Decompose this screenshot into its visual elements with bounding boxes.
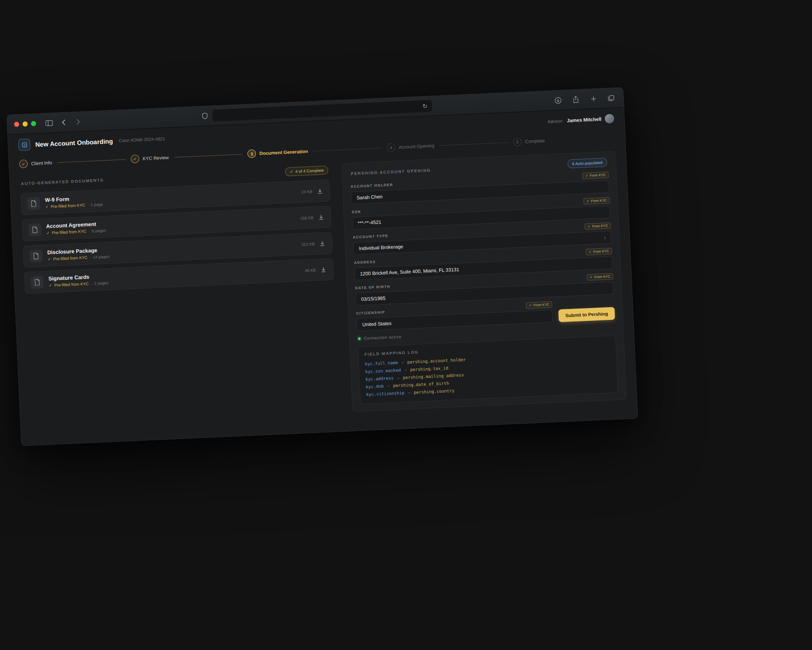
field-label: DATE OF BIRTH — [355, 284, 390, 290]
step-number-circle: 4 — [387, 143, 395, 152]
step-check-circle: ✓ — [131, 154, 140, 163]
step-document-generation[interactable]: 3 Document Generation — [247, 147, 308, 158]
documents-section-title: AUTO-GENERATED DOCUMENTS — [21, 178, 104, 186]
document-icon — [27, 197, 40, 210]
step-connector — [313, 148, 381, 151]
from-kyc-badge: ✓From KYC — [583, 197, 610, 205]
step-connector — [174, 154, 242, 157]
document-meta: ✓ Pre-filled from KYC · 8 pages — [47, 228, 107, 235]
document-pages: 8 pages — [92, 228, 106, 233]
download-icon[interactable] — [318, 213, 325, 221]
downloads-icon[interactable] — [552, 95, 564, 105]
check-icon: ✓ — [22, 162, 25, 166]
step-client-info[interactable]: ✓ Client Info — [19, 158, 52, 168]
sidebar-toggle-icon[interactable] — [44, 118, 55, 128]
check-icon: ✓ — [589, 250, 592, 254]
field-value: ***-**-4521 — [358, 220, 381, 226]
document-pages: 14 pages — [93, 254, 110, 259]
minimize-window-button[interactable] — [22, 121, 28, 127]
document-icon — [28, 223, 41, 236]
prefilled-label: Pre-filled from KYC — [52, 229, 87, 235]
check-icon: ✓ — [529, 303, 532, 307]
document-info: W-9 Form ✓ Pre-filled from KYC · 1 page — [45, 195, 103, 209]
onboarding-app-icon — [18, 138, 30, 151]
document-meta: ✓ Pre-filled from KYC · 14 pages — [47, 254, 110, 262]
traffic-lights — [14, 121, 36, 127]
desktop-background: ↻ New Acc — [0, 0, 812, 650]
check-icon: ✓ — [587, 199, 590, 203]
document-pages: 1 page — [91, 202, 103, 207]
check-icon: ✓ — [290, 169, 293, 174]
from-kyc-label: From KYC — [590, 173, 606, 178]
share-icon[interactable] — [570, 94, 581, 105]
check-icon: ✓ — [45, 204, 49, 209]
step-number-circle: 3 — [247, 149, 256, 158]
check-icon: ✓ — [47, 231, 50, 235]
document-meta: ✓ Pre-filled from KYC · 2 pages — [49, 281, 109, 288]
download-icon[interactable] — [319, 240, 326, 247]
separator-dot: · — [87, 202, 89, 207]
document-info: Account Agreement ✓ Pre-filled from KYC … — [46, 221, 106, 235]
from-kyc-badge: ✓From KYC — [586, 248, 612, 255]
check-icon: ✓ — [585, 174, 588, 178]
status-dot-icon — [358, 337, 361, 340]
submit-to-pershing-button[interactable]: Submit to Pershing — [558, 307, 615, 322]
step-connector — [57, 159, 126, 162]
field-label: CITIZENSHIP — [356, 310, 385, 315]
separator-dot: · — [88, 229, 90, 233]
mapping-source: kyc.ssn_masked — [365, 366, 401, 376]
field-label: SSN — [351, 209, 361, 214]
complete-badge: ✓ 4 of 4 Complete — [285, 165, 329, 176]
step-label: Complete — [525, 138, 545, 144]
document-size: 156 KB — [300, 215, 314, 220]
document-size: 312 KB — [302, 241, 315, 246]
mapping-target: pershing.country — [414, 387, 455, 396]
advisor-name: James Mitchell — [567, 116, 601, 123]
prefilled-label: Pre-filled from KYC — [54, 281, 89, 288]
from-kyc-badge: ✓From KYC — [526, 301, 552, 309]
document-actions: 24 KB — [301, 187, 324, 195]
download-icon[interactable] — [316, 187, 324, 195]
separator-dot: · — [90, 255, 91, 259]
check-icon: ✓ — [587, 225, 590, 229]
field-label: ACCOUNT TYPE — [353, 233, 388, 239]
step-label: Client Info — [31, 160, 52, 166]
forward-button[interactable] — [72, 116, 84, 127]
close-window-button[interactable] — [14, 122, 19, 127]
arrow-right-icon: → — [408, 389, 411, 397]
privacy-shield-icon[interactable] — [201, 113, 208, 120]
page-title: New Account Onboarding — [35, 137, 113, 148]
new-tab-icon[interactable] — [587, 94, 599, 104]
pershing-section: PERSHING ACCOUNT OPENING 6 Auto-populate… — [342, 151, 628, 431]
download-icon[interactable] — [320, 266, 327, 273]
field-label: ACCOUNT HOLDER — [351, 182, 393, 188]
document-icon — [30, 249, 43, 262]
field-citizenship: CITIZENSHIP ✓From KYC United States — [356, 301, 553, 331]
auto-populated-badge: 6 Auto-populated — [567, 158, 607, 168]
main-content: AUTO-GENERATED DOCUMENTS ✓ 4 of 4 Comple… — [9, 146, 637, 446]
document-icon — [30, 275, 44, 289]
tab-overview-icon[interactable] — [605, 93, 617, 103]
back-button[interactable] — [58, 117, 69, 127]
from-kyc-label: From KYC — [591, 198, 607, 203]
reload-icon[interactable]: ↻ — [422, 103, 428, 110]
zoom-window-button[interactable] — [31, 121, 36, 127]
step-kyc-review[interactable]: ✓ KYC Review — [131, 153, 169, 163]
arrow-right-icon: → — [397, 374, 400, 382]
from-kyc-label: From KYC — [533, 303, 549, 307]
step-account-opening[interactable]: 4 Account Opening — [387, 141, 434, 152]
step-complete[interactable]: 5 Complete — [513, 136, 545, 146]
mapping-source: kyc.dob — [366, 383, 384, 391]
document-actions: 156 KB — [300, 213, 325, 222]
step-label: Account Opening — [398, 143, 434, 150]
prefilled-label: Pre-filled from KYC — [51, 203, 85, 209]
chevron-right-icon: › — [604, 235, 606, 240]
document-info: Signature Cards ✓ Pre-filled from KYC · … — [48, 273, 108, 288]
pershing-panel: PERSHING ACCOUNT OPENING 6 Auto-populate… — [342, 151, 627, 412]
step-connector — [439, 142, 508, 146]
avatar[interactable] — [605, 114, 614, 124]
field-value: 03/15/1985 — [361, 295, 386, 302]
pershing-section-title: PERSHING ACCOUNT OPENING — [351, 168, 431, 176]
from-kyc-label: From KYC — [593, 249, 609, 254]
from-kyc-label: From KYC — [592, 224, 608, 229]
